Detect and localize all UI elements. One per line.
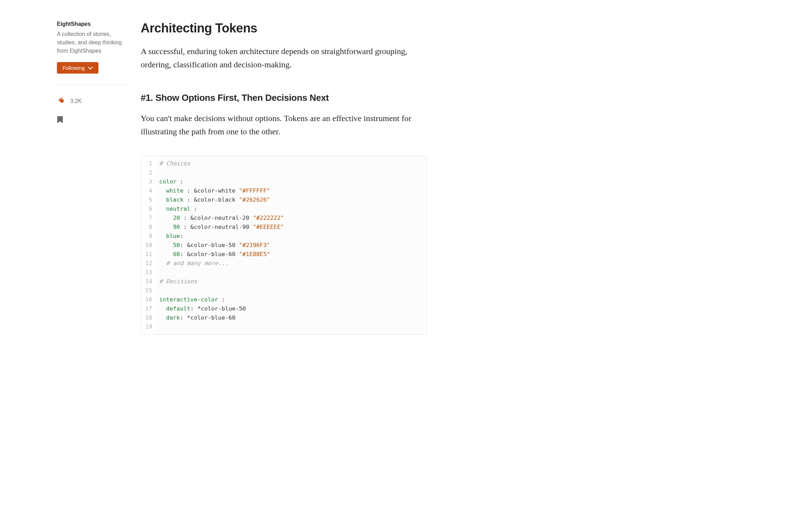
code-content: # Choices color : white : &color-white "… xyxy=(156,156,289,334)
code-line: 90 : &color-neutral-90 "#EEEEEE" xyxy=(159,223,284,232)
line-number: 10 xyxy=(145,241,152,250)
line-number: 15 xyxy=(145,286,152,295)
code-line: dark: *color-blue-60 xyxy=(159,313,284,322)
bookmark-icon xyxy=(57,116,63,124)
line-number: 11 xyxy=(145,250,152,259)
line-number: 19 xyxy=(145,322,152,331)
line-number: 18 xyxy=(145,313,152,322)
code-line xyxy=(159,168,284,177)
code-line: 20 : &color-neutral-20 "#222222" xyxy=(159,214,284,223)
line-number: 4 xyxy=(145,186,152,195)
line-number: 16 xyxy=(145,295,152,304)
code-line: neutral : xyxy=(159,204,284,214)
section-body: You can't make decisions without options… xyxy=(141,112,427,139)
code-line xyxy=(159,322,284,331)
clap-icon xyxy=(57,96,65,106)
divider xyxy=(57,85,127,85)
line-number: 14 xyxy=(145,277,152,286)
publication-description: A collection of stories, studies, and de… xyxy=(57,30,127,55)
line-number: 5 xyxy=(145,195,152,204)
code-line: black : &color-black "#262626" xyxy=(159,195,284,204)
code-block: 12345678910111213141516171819 # Choices … xyxy=(141,156,427,335)
code-line: blue: xyxy=(159,232,284,241)
code-line: default: *color-blue-50 xyxy=(159,304,284,313)
code-line: interactive-color : xyxy=(159,295,284,304)
code-line xyxy=(159,268,284,277)
line-number: 17 xyxy=(145,304,152,313)
article-main: Architecting Tokens A successful, enduri… xyxy=(141,21,427,335)
sidebar: EightShapes A collection of stories, stu… xyxy=(57,21,127,335)
line-number: 1 xyxy=(145,159,152,168)
clap-count: 3.2K xyxy=(70,98,82,104)
following-label: Following xyxy=(62,65,84,71)
line-number: 8 xyxy=(145,223,152,232)
article-lede: A successful, enduring token architectur… xyxy=(141,45,427,72)
code-line: color : xyxy=(159,177,284,186)
code-line xyxy=(159,286,284,295)
line-number: 12 xyxy=(145,259,152,268)
code-line: # Choices xyxy=(159,159,284,168)
line-number: 6 xyxy=(145,204,152,214)
code-gutter: 12345678910111213141516171819 xyxy=(141,156,156,334)
following-button[interactable]: Following xyxy=(57,62,98,74)
line-number: 2 xyxy=(145,168,152,177)
code-line: 60: &color-blue-60 "#1E88E5" xyxy=(159,250,284,259)
code-line: white : &color-white "#FFFFFF" xyxy=(159,186,284,195)
section-heading: #1. Show Options First, Then Decisions N… xyxy=(141,92,427,103)
chevron-down-icon xyxy=(88,65,93,71)
code-line: # Decisions xyxy=(159,277,284,286)
line-number: 3 xyxy=(145,177,152,186)
bookmark-button[interactable] xyxy=(57,116,127,125)
line-number: 9 xyxy=(145,232,152,241)
code-line: 50: &color-blue-50 "#2196F3" xyxy=(159,241,284,250)
line-number: 7 xyxy=(145,214,152,223)
publication-name[interactable]: EightShapes xyxy=(57,21,127,27)
line-number: 13 xyxy=(145,268,152,277)
code-line: # and many more... xyxy=(159,259,284,268)
article-title: Architecting Tokens xyxy=(141,21,427,36)
clap-row[interactable]: 3.2K xyxy=(57,96,127,106)
